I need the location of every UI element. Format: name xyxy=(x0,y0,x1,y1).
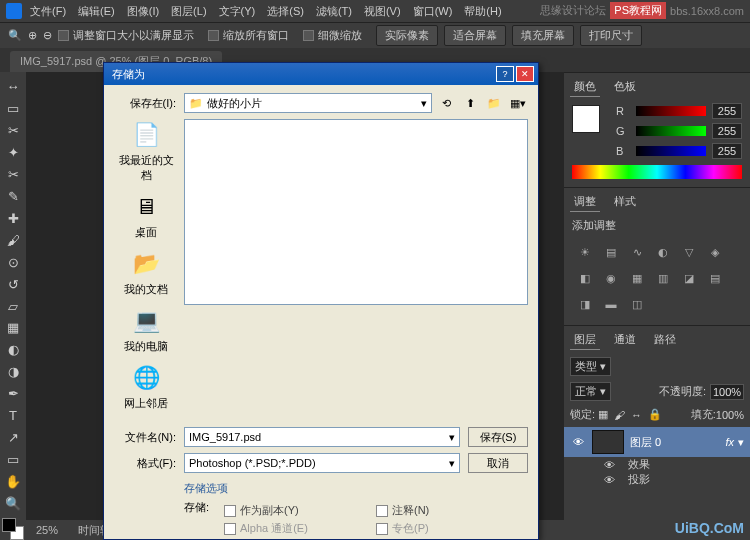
menu-window[interactable]: 窗口(W) xyxy=(413,4,453,19)
file-list[interactable] xyxy=(184,119,528,305)
layer-name[interactable]: 图层 0 xyxy=(630,435,661,450)
lock-paint-icon[interactable]: 🖌 xyxy=(614,409,625,421)
type-tool-icon[interactable]: T xyxy=(3,406,23,426)
b-value[interactable]: 255 xyxy=(712,143,742,159)
place-network[interactable]: 🌐网上邻居 xyxy=(124,362,168,411)
actual-pixels-button[interactable]: 实际像素 xyxy=(376,25,438,46)
tab-swatches[interactable]: 色板 xyxy=(610,77,640,97)
menu-edit[interactable]: 编辑(E) xyxy=(78,4,115,19)
layer-row[interactable]: 👁 图层 0 fx ▾ xyxy=(564,427,750,457)
fx-badge[interactable]: fx xyxy=(725,436,734,448)
bw-icon[interactable]: ◧ xyxy=(574,267,596,289)
eyedropper-tool-icon[interactable]: ✎ xyxy=(3,187,23,207)
place-desktop[interactable]: 🖥桌面 xyxy=(130,191,162,240)
zoom-level[interactable]: 25% xyxy=(36,524,58,536)
scrubby-checkbox[interactable] xyxy=(303,30,314,41)
close-button[interactable]: ✕ xyxy=(516,66,534,82)
place-computer[interactable]: 💻我的电脑 xyxy=(124,305,168,354)
zoom-out-icon[interactable]: ⊖ xyxy=(43,29,52,42)
lock-trans-icon[interactable]: ▦ xyxy=(598,408,608,421)
eraser-tool-icon[interactable]: ▱ xyxy=(3,296,23,316)
photo-filter-icon[interactable]: ◉ xyxy=(600,267,622,289)
b-slider[interactable] xyxy=(636,146,706,156)
menu-file[interactable]: 文件(F) xyxy=(30,4,66,19)
tab-color[interactable]: 颜色 xyxy=(570,77,600,97)
move-tool-icon[interactable]: ↔ xyxy=(3,77,23,97)
fill-screen-button[interactable]: 填充屏幕 xyxy=(512,25,574,46)
lookup-icon[interactable]: ▥ xyxy=(652,267,674,289)
effects-row[interactable]: 👁 效果 xyxy=(564,457,750,472)
place-documents[interactable]: 📂我的文档 xyxy=(124,248,168,297)
history-brush-icon[interactable]: ↺ xyxy=(3,274,23,294)
menu-view[interactable]: 视图(V) xyxy=(364,4,401,19)
g-value[interactable]: 255 xyxy=(712,123,742,139)
view-menu-icon[interactable]: ▦▾ xyxy=(508,93,528,113)
blur-tool-icon[interactable]: ◐ xyxy=(3,340,23,360)
lock-all-icon[interactable]: 🔒 xyxy=(648,408,662,421)
menu-image[interactable]: 图像(I) xyxy=(127,4,159,19)
path-tool-icon[interactable]: ↗ xyxy=(3,428,23,448)
hand-tool-icon[interactable]: ✋ xyxy=(3,471,23,491)
menu-type[interactable]: 文字(Y) xyxy=(219,4,256,19)
color-swatches[interactable] xyxy=(2,518,24,540)
save-button[interactable]: 保存(S) xyxy=(468,427,528,447)
format-combo[interactable]: Photoshop (*.PSD;*.PDD) ▾ xyxy=(184,453,460,473)
r-value[interactable]: 255 xyxy=(712,103,742,119)
tab-styles[interactable]: 样式 xyxy=(610,192,640,212)
save-in-combo[interactable]: 📁 做好的小片 ▾ xyxy=(184,93,432,113)
r-slider[interactable] xyxy=(636,106,706,116)
visibility-icon[interactable]: 👁 xyxy=(604,459,620,471)
shape-tool-icon[interactable]: ▭ xyxy=(3,449,23,469)
curves-icon[interactable]: ∿ xyxy=(626,241,648,263)
crop-tool-icon[interactable]: ✂ xyxy=(3,165,23,185)
up-icon[interactable]: ⬆ xyxy=(460,93,480,113)
hue-icon[interactable]: ◈ xyxy=(704,241,726,263)
print-size-button[interactable]: 打印尺寸 xyxy=(580,25,642,46)
fit-screen-button[interactable]: 适合屏幕 xyxy=(444,25,506,46)
pen-tool-icon[interactable]: ✒ xyxy=(3,384,23,404)
visibility-icon[interactable]: 👁 xyxy=(604,474,620,486)
g-slider[interactable] xyxy=(636,126,706,136)
tab-layers[interactable]: 图层 xyxy=(570,330,600,350)
exposure-icon[interactable]: ◐ xyxy=(652,241,674,263)
zoom-in-icon[interactable]: ⊕ xyxy=(28,29,37,42)
wand-tool-icon[interactable]: ✦ xyxy=(3,143,23,163)
new-folder-icon[interactable]: 📁 xyxy=(484,93,504,113)
healing-tool-icon[interactable]: ✚ xyxy=(3,208,23,228)
threshold-icon[interactable]: ◨ xyxy=(574,293,596,315)
tab-channels[interactable]: 通道 xyxy=(610,330,640,350)
opacity-value[interactable]: 100% xyxy=(710,384,744,400)
gradient-map-icon[interactable]: ▬ xyxy=(600,293,622,315)
menu-layer[interactable]: 图层(L) xyxy=(171,4,206,19)
brush-tool-icon[interactable]: 🖌 xyxy=(3,230,23,250)
color-preview[interactable] xyxy=(572,105,600,133)
marquee-tool-icon[interactable]: ▭ xyxy=(3,99,23,119)
fit-window-checkbox[interactable] xyxy=(58,30,69,41)
zoom-tool-icon[interactable]: 🔍 xyxy=(3,493,23,513)
fg-color-swatch[interactable] xyxy=(2,518,16,532)
tab-adjustments[interactable]: 调整 xyxy=(570,192,600,212)
gradient-tool-icon[interactable]: ▦ xyxy=(3,318,23,338)
zoom-all-checkbox[interactable] xyxy=(208,30,219,41)
as-copy-checkbox[interactable] xyxy=(224,505,236,517)
lock-move-icon[interactable]: ↔ xyxy=(631,409,642,421)
posterize-icon[interactable]: ▤ xyxy=(704,267,726,289)
selective-icon[interactable]: ◫ xyxy=(626,293,648,315)
color-spectrum[interactable] xyxy=(572,165,742,179)
back-icon[interactable]: ⟲ xyxy=(436,93,456,113)
brightness-icon[interactable]: ☀ xyxy=(574,241,596,263)
visibility-icon[interactable]: 👁 xyxy=(570,436,586,448)
menu-select[interactable]: 选择(S) xyxy=(267,4,304,19)
cancel-button[interactable]: 取消 xyxy=(468,453,528,473)
layer-thumbnail[interactable] xyxy=(592,430,624,454)
invert-icon[interactable]: ◪ xyxy=(678,267,700,289)
filename-combo[interactable]: IMG_5917.psd ▾ xyxy=(184,427,460,447)
place-recent[interactable]: 📄我最近的文档 xyxy=(114,119,178,183)
menu-filter[interactable]: 滤镜(T) xyxy=(316,4,352,19)
levels-icon[interactable]: ▤ xyxy=(600,241,622,263)
tab-paths[interactable]: 路径 xyxy=(650,330,680,350)
dodge-tool-icon[interactable]: ◑ xyxy=(3,362,23,382)
blend-mode-select[interactable]: 正常 ▾ xyxy=(570,382,611,401)
fill-value[interactable]: 100% xyxy=(716,409,744,421)
drop-shadow-row[interactable]: 👁 投影 xyxy=(564,472,750,487)
